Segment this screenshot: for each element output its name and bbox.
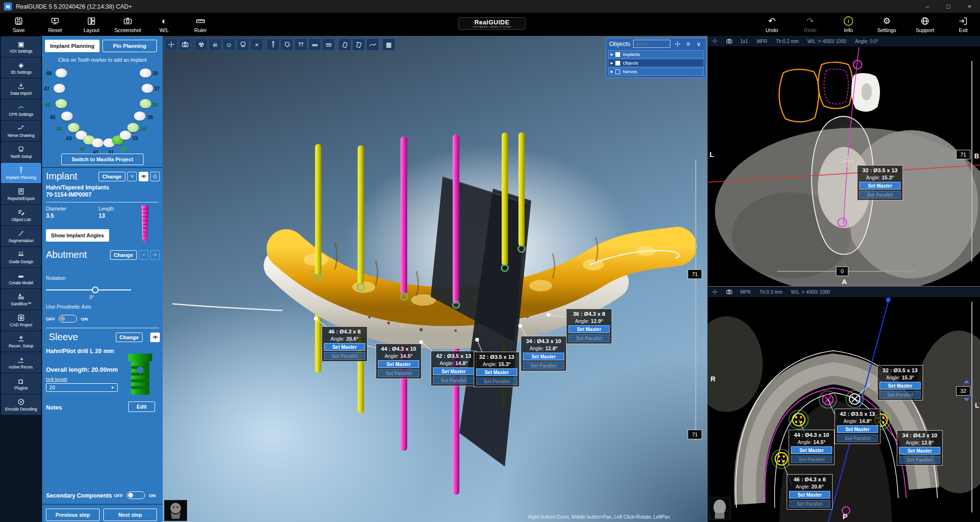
toolbar-reset-button[interactable]: Reset <box>41 14 69 35</box>
orientation-head-thumbnail[interactable] <box>709 497 731 520</box>
toolbar-support-button[interactable]: Support <box>911 14 939 35</box>
sidebar-item-reports-export[interactable]: Reports/Export <box>1 184 41 204</box>
sidebar-item-voi-settings[interactable]: ▣VOI Settings <box>1 36 41 57</box>
tab-pin-planning[interactable]: Pin Planning <box>102 40 157 52</box>
sidebar-item-encode-decoding[interactable]: Encode Decoding <box>1 394 41 415</box>
previous-step-button[interactable]: Previous step <box>46 509 100 521</box>
objects-tree-row-nerves[interactable]: ▶Nerves <box>608 67 704 76</box>
notes-edit-button[interactable]: Edit <box>128 401 155 412</box>
sidebar-item-sandbox[interactable]: SandBox™ <box>1 289 41 310</box>
objects-tree-row-implants[interactable]: ▶Implants <box>608 50 704 58</box>
3d-viewport[interactable]: ☢☠☺×▦ Objects ≡∨ ▶Implants▶Objects▶Nerve… <box>163 36 707 522</box>
objects-tool-chev-button[interactable]: ∨ <box>694 40 703 48</box>
abutment-remove-button[interactable]: × <box>139 250 148 260</box>
viewport-tool-radiation-button[interactable]: ☢ <box>195 38 208 51</box>
sidebar-item-object-list[interactable]: Object List <box>1 205 41 225</box>
tab-implant-planning[interactable]: Implant Planning <box>45 40 100 52</box>
set-master-button[interactable]: Set Master <box>837 425 878 433</box>
clip-slider-handle-top[interactable]: 71 <box>688 269 702 279</box>
sidebar-item-implant-planning[interactable]: Implant Planning <box>1 163 41 183</box>
tooth-marker-35[interactable]: 35 <box>134 111 145 121</box>
set-parallel-button[interactable]: Set Parallel <box>523 362 564 369</box>
orientation-head-thumbnail[interactable] <box>164 500 187 521</box>
tree-expand-icon[interactable]: ▶ <box>611 70 613 74</box>
viewport-tool-close-button[interactable]: × <box>250 38 263 51</box>
toolbar-settings-button[interactable]: ⚙Settings <box>873 14 901 35</box>
sidebar-item-cpr-settings[interactable]: CPR Settings <box>1 100 41 120</box>
tooth-marker-47[interactable]: 47 <box>54 84 65 93</box>
cross-section-view[interactable]: 1x1MPRTh:0.2 mmW/L := 4000/ 1000Angle: 0… <box>707 36 980 286</box>
slice-slider-handle[interactable]: 32 <box>956 386 970 396</box>
clip-slider[interactable] <box>695 159 696 440</box>
viewport-tool-camera-button[interactable] <box>178 38 191 51</box>
sidebar-item-nerve-drawing[interactable]: Nerve Drawing <box>1 121 41 141</box>
pan-slider-handle[interactable]: 0 <box>836 267 848 276</box>
viewport-tool-plane2-button[interactable] <box>352 38 365 51</box>
implant-lock-toggle[interactable] <box>150 172 160 181</box>
viewport-tool-face-button[interactable]: ☺ <box>223 38 235 51</box>
set-parallel-button[interactable]: Set Parallel <box>433 377 474 384</box>
toolbar-redo-button[interactable]: ↷Redo <box>796 14 824 35</box>
objects-tool-move4-button[interactable] <box>673 40 682 48</box>
sidebar-item-plugins[interactable]: Plugins <box>1 373 41 394</box>
slice-slider[interactable] <box>971 61 972 262</box>
minimize-button[interactable]: – <box>917 0 938 13</box>
show-implant-angles-button[interactable]: Show Implant Angles <box>46 229 109 242</box>
set-parallel-button[interactable]: Set Parallel <box>859 191 901 199</box>
tooth-marker-38[interactable]: 38 <box>140 68 151 78</box>
clip-slider-handle-bottom[interactable]: 71 <box>688 430 702 439</box>
tooth-marker-45[interactable]: 45 <box>61 111 73 121</box>
set-parallel-button[interactable]: Set Parallel <box>568 334 610 342</box>
screenshot-icon[interactable] <box>726 38 733 44</box>
prosthetic-axis-toggle[interactable] <box>59 315 77 322</box>
set-parallel-button[interactable]: Set Parallel <box>899 456 940 464</box>
set-master-button[interactable]: Set Master <box>324 343 365 351</box>
viewport-tool-implant-button[interactable] <box>267 38 279 51</box>
implant-change-button[interactable]: Change <box>99 172 125 181</box>
visibility-checkbox[interactable] <box>615 52 620 57</box>
implant-remove-button[interactable]: × <box>127 172 137 181</box>
toolbar-ruler-button[interactable]: Ruler <box>187 14 214 35</box>
switch-to-maxilla-button[interactable]: Switch to Maxilla Project <box>61 154 144 165</box>
slider-thumb[interactable] <box>92 287 99 293</box>
tooth-marker-37[interactable]: 37 <box>142 84 153 93</box>
viewport-tool-teethrow-button[interactable] <box>308 38 321 51</box>
pan-icon[interactable] <box>712 38 718 44</box>
viewport-tool-teethrow2-button[interactable] <box>322 38 335 51</box>
axial-view[interactable]: MPRTh:0.3 mmW/L := 4000/ 1000 <box>707 286 980 522</box>
set-master-button[interactable]: Set Master <box>791 446 832 454</box>
viewport-tool-abut-button[interactable] <box>294 38 307 51</box>
sidebar-item-active-recon[interactable]: Active Recon. <box>1 352 41 373</box>
set-parallel-button[interactable]: Set Parallel <box>378 369 419 377</box>
tooth-marker-33[interactable]: 33 <box>120 131 131 140</box>
set-parallel-button[interactable]: Set Parallel <box>791 455 832 463</box>
tree-expand-icon[interactable]: ▶ <box>611 61 613 65</box>
toolbar-layout-button[interactable]: Layout <box>78 14 105 35</box>
set-parallel-button[interactable]: Set Parallel <box>837 434 878 442</box>
abutment-change-button[interactable]: Change <box>110 250 137 260</box>
viewport-tool-plane-button[interactable] <box>338 38 351 51</box>
set-parallel-button[interactable]: Set Parallel <box>324 352 365 360</box>
set-master-button[interactable]: Set Master <box>789 491 830 499</box>
screenshot-icon[interactable] <box>726 289 733 295</box>
secondary-components-toggle[interactable] <box>127 491 145 499</box>
set-master-button[interactable]: Set Master <box>476 368 517 376</box>
toolbar-save-button[interactable]: Save <box>5 14 33 35</box>
slider-down-arrow[interactable] <box>964 398 969 401</box>
visibility-checkbox[interactable] <box>615 69 620 74</box>
set-master-button[interactable]: Set Master <box>378 360 419 368</box>
tooth-marker-48[interactable]: 48 <box>56 68 67 78</box>
drill-length-select[interactable]: 20 ▼ <box>46 383 118 392</box>
objects-tree-row-objects[interactable]: ▶Objects <box>608 59 704 67</box>
objects-search-input[interactable] <box>633 40 670 48</box>
visibility-checkbox[interactable] <box>615 61 620 66</box>
set-parallel-button[interactable]: Set Parallel <box>880 391 921 399</box>
sleeve-change-button[interactable]: Change <box>116 333 143 342</box>
toolbar-w-l-button[interactable]: ◐W/L <box>150 14 178 35</box>
pan-icon[interactable] <box>712 289 718 295</box>
tooth-marker-46[interactable]: 46 <box>56 99 67 108</box>
sidebar-item-data-import[interactable]: Data Import <box>1 78 41 99</box>
close-button[interactable]: × <box>959 0 980 13</box>
set-master-button[interactable]: Set Master <box>523 353 564 360</box>
objects-tool-list-button[interactable]: ≡ <box>684 40 692 48</box>
